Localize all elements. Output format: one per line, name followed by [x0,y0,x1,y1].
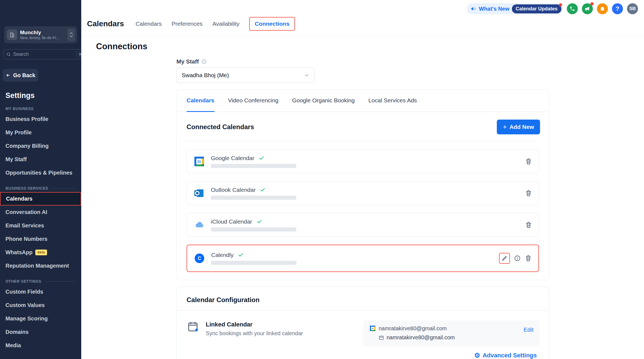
phone-button[interactable] [567,3,578,14]
edit-button-highlight[interactable] [499,253,510,264]
question-icon: ? [616,5,619,12]
connected-calendars-list: 31 Google Calendar [187,141,539,272]
sidebar-item-company-billing[interactable]: Company Billing [0,139,81,153]
settings-sidebar: Munchly New Jersey, Île-de-Fr... ⌘ K Go … [0,0,81,359]
edit-link[interactable]: Edit [524,326,533,333]
sidebar-item-opportunities-pipelines[interactable]: Opportunities & Pipelines [0,166,81,180]
sidebar-item-email-services[interactable]: Email Services [0,219,81,232]
topbar: What's New Calendar Updates ? SB [467,3,638,15]
check-icon [257,219,262,224]
add-new-button[interactable]: + Add New [497,120,540,134]
delete-icon[interactable] [525,255,532,262]
account-switcher[interactable]: Munchly New Jersey, Île-de-Fr... [4,26,77,43]
sidebar-item-custom-values[interactable]: Custom Values [0,299,81,312]
active-tab-highlight: Connections [249,17,295,31]
sidebar-item-domains[interactable]: Domains [0,325,81,339]
connections-heading: Connections [96,42,147,51]
sidebar-item-whatsapp[interactable]: WhatsApp beta [0,246,81,259]
sidebar-item-calendars[interactable]: Calendars [0,192,81,205]
sidebar-item-media[interactable]: Media [0,339,81,352]
calendly-icon: C [194,253,205,264]
search-input[interactable] [13,51,77,57]
search-box[interactable]: ⌘ K [3,49,90,59]
calendar-icon [379,335,384,340]
announcement-icon [471,6,477,12]
help-button[interactable]: ? [612,3,623,14]
tab-preferences[interactable]: Preferences [172,21,202,27]
svg-text:31: 31 [372,328,374,329]
delete-icon[interactable] [525,221,532,228]
page-tabs: Calendars Preferences Availability Conne… [135,17,295,31]
sidebar-title: Settings [5,91,81,100]
beta-badge: beta [35,250,47,255]
linked-calendar-box: 31 namratakirve80@gmail.com namratakirve… [363,320,539,347]
notification-dot [559,3,562,7]
calendar-updates-badge[interactable]: Calendar Updates [512,4,561,13]
sidebar-search-row: ⌘ K [3,49,78,59]
info-icon[interactable] [514,255,521,262]
linked-calendar-description: Sync bookings with your linked calendar [206,330,303,337]
sidebar-item-reputation-management[interactable]: Reputation Management [0,259,81,273]
tab-local-services-ads[interactable]: Local Services Ads [368,90,417,112]
calendar-row-google: 31 Google Calendar [187,149,539,173]
tab-availability[interactable]: Availability [212,21,239,27]
account-switcher-toggle[interactable] [67,28,75,41]
staff-select[interactable]: Swadha Bhoj (Me) [176,68,314,83]
outlook-calendar-icon [193,187,205,199]
advanced-settings-link[interactable]: ⚙ Advanced Settings [474,352,537,359]
page-title: Calendars [87,19,124,28]
calendar-info: Outlook Calendar [211,187,296,200]
calendar-id-placeholder [211,227,296,231]
calendar-id-placeholder [211,164,296,168]
tab-video-conferencing[interactable]: Video Conferencing [228,90,279,112]
whats-new-label: What's New [479,6,509,12]
announcements-button[interactable] [582,3,593,14]
linked-calendar-text: Linked Calendar Sync bookings with your … [206,320,303,337]
calendar-row-outlook: Outlook Calendar [187,181,539,205]
linked-email: namratakirve80@gmail.com [387,334,455,341]
sidebar-item-phone-numbers[interactable]: Phone Numbers [0,232,81,246]
notification-dot [590,2,594,5]
calendar-configuration-card: Calendar Configuration Linked Calendar S… [176,286,549,359]
pencil-icon [501,255,507,261]
calendar-configuration-heading: Calendar Configuration [187,296,549,304]
section-other-settings: OTHER SETTINGS [5,279,76,283]
megaphone-icon [585,6,590,11]
sidebar-item-my-staff[interactable]: My Staff [0,153,81,166]
chevron-up-icon [69,32,73,34]
sidebar-item-business-profile[interactable]: Business Profile [0,112,81,126]
google-calendar-icon: 31 [369,325,376,332]
connection-type-tabs: Calendars Video Conferencing Google Orga… [177,90,549,112]
check-icon [238,252,243,258]
calendar-id-placeholder [211,196,296,200]
account-location: New Jersey, Île-de-Fr... [20,36,67,40]
info-icon[interactable] [201,59,207,64]
calendar-star-icon [187,320,200,333]
delete-icon[interactable] [525,158,532,165]
phone-icon [570,6,575,11]
account-name: Munchly [20,30,67,36]
sidebar-item-my-profile[interactable]: My Profile [0,126,81,139]
check-icon [259,155,264,161]
calendar-row-icloud: iCloud Calendar [187,213,539,237]
sidebar-item-custom-fields[interactable]: Custom Fields [0,285,81,299]
sidebar-item-conversation-ai[interactable]: Conversation AI [0,205,81,219]
section-my-business: MY BUSINESS [5,106,76,111]
delete-icon[interactable] [525,190,532,197]
page-header: Calendars Calendars Preferences Availabi… [87,11,295,36]
calendar-name: Google Calendar [211,155,254,161]
go-back-button[interactable]: Go Back [3,69,38,82]
whats-new-button[interactable]: What's New Calendar Updates [467,3,563,14]
tab-connection-calendars[interactable]: Calendars [187,90,214,112]
sidebar-item-manage-scoring[interactable]: Manage Scoring [0,312,81,325]
gear-icon: ⚙ [474,352,480,359]
user-avatar[interactable]: SB [627,3,638,14]
building-icon [7,30,17,40]
tab-calendars[interactable]: Calendars [135,21,162,27]
notifications-button[interactable] [597,3,608,14]
calendar-info: Google Calendar [211,155,296,168]
tab-google-organic-booking[interactable]: Google Organic Booking [292,90,355,112]
calendar-info: iCloud Calendar [211,218,296,231]
chevron-down-icon [69,35,73,37]
tab-connections[interactable]: Connections [255,21,289,27]
